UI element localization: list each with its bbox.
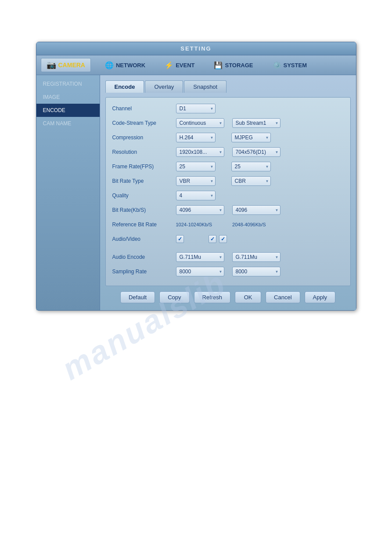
frame-rate-main-wrapper: 25 xyxy=(176,162,216,171)
controls-compression: H.264 MJPEG xyxy=(176,133,344,142)
bit-rate-type-main-wrapper: VBR xyxy=(176,176,216,186)
channel-select-wrapper: D1 xyxy=(176,104,216,113)
label-resolution: Resolution xyxy=(112,149,176,155)
sampling-rate-main-select[interactable]: 8000 xyxy=(176,267,224,276)
apply-button[interactable]: Apply xyxy=(305,291,336,303)
controls-sampling-rate: 8000 8000 xyxy=(176,267,344,276)
default-button[interactable]: Default xyxy=(120,291,155,303)
bit-rate-sub-wrapper: 4096 xyxy=(232,205,281,215)
frame-rate-sub-select[interactable]: 25 xyxy=(231,162,271,171)
resolution-main-wrapper: 1920x108... xyxy=(176,147,224,157)
frame-rate-main-select[interactable]: 25 xyxy=(176,162,216,171)
system-icon: ⚙️ xyxy=(273,61,281,69)
nav-network-label: NETWORK xyxy=(116,62,145,69)
divider xyxy=(112,248,344,251)
bit-rate-type-main-select[interactable]: VBR xyxy=(176,176,216,186)
sampling-rate-sub-select[interactable]: 8000 xyxy=(232,267,281,276)
row-resolution: Resolution 1920x108... 704x576(D1) xyxy=(112,146,344,158)
row-sampling-rate: Sampling Rate 8000 8000 xyxy=(112,266,344,277)
code-stream-sub-select[interactable]: Sub Stream1 xyxy=(232,118,281,128)
bit-rate-sub-select[interactable]: 4096 xyxy=(232,205,281,215)
compression-main-wrapper: H.264 xyxy=(176,133,216,142)
audio-encode-main-wrapper: G.711Mu xyxy=(176,252,224,262)
setting-window: SETTING 📷 CAMERA 🌐 NETWORK ⚡ EVENT 💾 STO xyxy=(36,42,356,311)
sidebar-item-registration[interactable]: REGISTRATION xyxy=(36,77,100,91)
code-stream-main-select[interactable]: Continuous xyxy=(176,118,224,128)
network-icon: 🌐 xyxy=(105,61,114,69)
audio-video-sub-checkbox-2[interactable] xyxy=(219,235,227,243)
bit-rate-type-sub-select[interactable]: CBR xyxy=(231,176,271,186)
compression-main-select[interactable]: H.264 xyxy=(176,133,216,142)
cancel-button[interactable]: Cancel xyxy=(266,291,300,303)
sidebar-item-image[interactable]: IMAGE xyxy=(36,91,100,104)
compression-sub-wrapper: MJPEG xyxy=(231,133,271,142)
code-stream-main-wrapper: Continuous xyxy=(176,118,224,128)
reference-bit-rate-secondary-text: 2048-4096Kb/S xyxy=(232,222,266,227)
row-compression: Compression H.264 MJPEG xyxy=(112,132,344,143)
refresh-button[interactable]: Refresh xyxy=(194,291,231,303)
nav-system-label: SYSTEM xyxy=(284,62,307,69)
sidebar: REGISTRATION IMAGE ENCODE CAM NAME xyxy=(36,75,100,310)
main-content: REGISTRATION IMAGE ENCODE CAM NAME Encod… xyxy=(36,75,356,310)
nav-network[interactable]: 🌐 NETWORK xyxy=(100,59,151,71)
label-code-stream-type: Code-Stream Type xyxy=(112,120,176,126)
row-reference-bit-rate: Reference Bit Rate 1024-10240Kb/S 2048-4… xyxy=(112,219,344,230)
label-sampling-rate: Sampling Rate xyxy=(112,268,176,275)
label-frame-rate: Frame Rate(FPS) xyxy=(112,163,176,170)
reference-bit-rate-main-text: 1024-10240Kb/S xyxy=(176,222,212,227)
sampling-rate-main-wrapper: 8000 xyxy=(176,267,224,276)
button-row: Default Copy Refresh OK Cancel Apply xyxy=(105,291,351,305)
frame-rate-sub-wrapper: 25 xyxy=(231,162,271,171)
copy-button[interactable]: Copy xyxy=(159,291,189,303)
nav-storage[interactable]: 💾 STORAGE xyxy=(209,59,258,71)
bit-rate-type-sub-wrapper: CBR xyxy=(231,176,271,186)
label-compression: Compression xyxy=(112,134,176,141)
controls-resolution: 1920x108... 704x576(D1) xyxy=(176,147,344,157)
controls-audio-encode: G.711Mu G.711Mu xyxy=(176,252,344,262)
window-title: SETTING xyxy=(180,45,211,52)
row-audio-encode: Audio Encode G.711Mu G.711Mu xyxy=(112,251,344,263)
audio-encode-sub-select[interactable]: G.711Mu xyxy=(232,252,281,262)
tab-encode[interactable]: Encode xyxy=(105,80,144,93)
controls-quality: 4 xyxy=(176,191,344,200)
tab-snapshot[interactable]: Snapshot xyxy=(184,80,227,93)
tabs: Encode Overlay Snapshot xyxy=(105,80,351,93)
row-audio-video: Audio/Video xyxy=(112,233,344,245)
nav-event-label: EVENT xyxy=(176,62,194,69)
nav-camera[interactable]: 📷 CAMERA xyxy=(41,58,91,72)
row-frame-rate: Frame Rate(FPS) 25 25 xyxy=(112,161,344,172)
row-bit-rate-type: Bit Rate Type VBR CBR xyxy=(112,175,344,187)
compression-sub-select[interactable]: MJPEG xyxy=(231,133,271,142)
resolution-main-select[interactable]: 1920x108... xyxy=(176,147,224,157)
audio-encode-main-select[interactable]: G.711Mu xyxy=(176,252,224,262)
top-nav: 📷 CAMERA 🌐 NETWORK ⚡ EVENT 💾 STORAGE ⚙️ … xyxy=(36,55,356,75)
camera-icon: 📷 xyxy=(47,60,56,70)
quality-main-select[interactable]: 4 xyxy=(176,191,216,200)
controls-audio-video xyxy=(176,235,344,243)
row-channel: Channel D1 xyxy=(112,103,344,114)
controls-bit-rate: 4096 4096 xyxy=(176,205,344,215)
form-panel: Channel D1 Code-Stream Type xyxy=(105,97,351,286)
row-code-stream-type: Code-Stream Type Continuous Sub Stream1 xyxy=(112,117,344,129)
sampling-rate-sub-wrapper: 8000 xyxy=(232,267,281,276)
sidebar-item-encode[interactable]: ENCODE xyxy=(36,104,100,117)
controls-frame-rate: 25 25 xyxy=(176,162,344,171)
label-reference-bit-rate: Reference Bit Rate xyxy=(112,221,176,228)
ok-button[interactable]: OK xyxy=(235,291,261,303)
resolution-sub-select[interactable]: 704x576(D1) xyxy=(232,147,281,157)
bit-rate-main-select[interactable]: 4096 xyxy=(176,205,224,215)
audio-video-main-checkbox[interactable] xyxy=(176,235,184,243)
storage-icon: 💾 xyxy=(214,61,223,69)
controls-bit-rate-type: VBR CBR xyxy=(176,176,344,186)
audio-video-sub-checkbox-1[interactable] xyxy=(209,235,216,243)
sidebar-item-cam-name[interactable]: CAM NAME xyxy=(36,117,100,130)
label-channel: Channel xyxy=(112,105,176,112)
audio-video-sub-checkboxes xyxy=(209,235,227,243)
quality-main-wrapper: 4 xyxy=(176,191,216,200)
channel-select[interactable]: D1 xyxy=(176,104,216,113)
tab-overlay[interactable]: Overlay xyxy=(145,80,183,93)
code-stream-sub-wrapper: Sub Stream1 xyxy=(232,118,281,128)
resolution-sub-wrapper: 704x576(D1) xyxy=(232,147,281,157)
nav-event[interactable]: ⚡ EVENT xyxy=(159,59,200,71)
nav-system[interactable]: ⚙️ SYSTEM xyxy=(267,59,312,71)
